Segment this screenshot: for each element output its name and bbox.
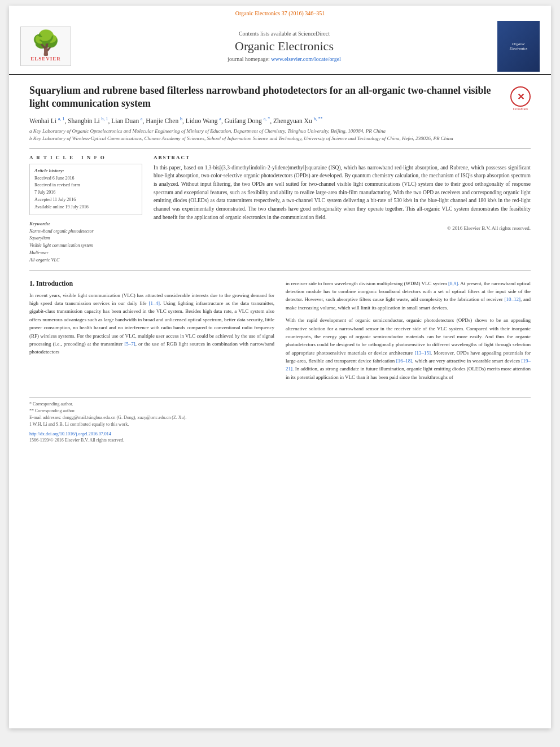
intro-left: 1. Introduction In recent years, visible… xyxy=(29,279,274,386)
crossmark-badge[interactable]: ✕ CrossMark xyxy=(510,86,531,107)
divider-1 xyxy=(29,148,531,149)
keywords-box: Keywords: Narrowband organic photodetect… xyxy=(29,221,142,264)
intro-left-para1: In recent years, visible light communica… xyxy=(29,291,274,356)
affiliations: a Key Laboratory of Organic Optoelectron… xyxy=(29,128,531,143)
contents-text: Contents lists available at xyxy=(239,30,296,37)
divider-2 xyxy=(29,270,531,270)
online-label: Available online 19 July 2016 xyxy=(34,204,137,211)
intro-right: in receiver side to form wavelength divi… xyxy=(286,279,531,386)
kw4: Multi-user xyxy=(29,250,142,257)
intro-section: 1. Introduction In recent years, visible… xyxy=(29,279,531,386)
footnote-star1: * Corresponding author. xyxy=(29,401,531,408)
email2-name: (Z. Xu). xyxy=(172,415,186,420)
ref-10-12[interactable]: [10–12] xyxy=(505,296,521,302)
sciencedirect-link[interactable]: ScienceDirect xyxy=(298,30,330,37)
abstract-label: ABSTRACT xyxy=(154,155,531,160)
kw1: Narrowband organic photodetector xyxy=(29,228,142,235)
intro-title: Introduction xyxy=(36,279,73,287)
history-label: Article history: xyxy=(34,168,137,173)
email1-name: (G. Dong), xyxy=(116,415,136,420)
keywords-label: Keywords: xyxy=(29,221,142,226)
footnote-note1: 1 W.H. Li and S.B. Li contributed equall… xyxy=(29,421,531,428)
email1-link[interactable]: dongg@mail.tsinghua.edu.cn xyxy=(63,415,116,420)
copyright-line: © 2016 Elsevier B.V. All rights reserved… xyxy=(154,225,531,231)
doi-link[interactable]: http://dx.doi.org/10.1016/j.orgel.2016.0… xyxy=(29,431,111,436)
crossmark-label: CrossMark xyxy=(510,107,531,111)
revised-date: 7 July 2016 xyxy=(34,189,137,196)
journal-center: Contents lists available at ScienceDirec… xyxy=(71,30,497,62)
intro-right-para2: With the rapid development of organic se… xyxy=(286,316,531,381)
intro-heading: 1. Introduction xyxy=(29,279,274,288)
journal-cover: Organic Electronics xyxy=(497,21,540,72)
article-body: Squarylium and rubrene based filterless … xyxy=(9,75,551,452)
article-info-col: A R T I C L E I N F O Article history: R… xyxy=(29,155,142,264)
issn-line: 1566-1199/© 2016 Elsevier B.V. All right… xyxy=(29,438,531,443)
intro-number: 1. xyxy=(29,279,34,287)
article-title-row: Squarylium and rubrene based filterless … xyxy=(29,84,531,116)
abstract-text: In this paper, based on 1,3-bis[(3,3-dim… xyxy=(154,164,531,222)
journal-header-inner: 🌳 ELSEVIER Contents lists available at S… xyxy=(20,19,540,74)
crossmark-icon[interactable]: ✕ xyxy=(510,86,531,107)
homepage-label: journal homepage: xyxy=(228,56,270,62)
affil-b: b Key Laboratory of Wireless-Optical Com… xyxy=(29,135,531,143)
kw2: Squarylium xyxy=(29,235,142,242)
kw3: Visible light communication system xyxy=(29,242,142,250)
revised-label: Received in revised form xyxy=(34,182,137,189)
ref-8-9[interactable]: [8,9] xyxy=(448,281,458,286)
footnote-email: E-mail addresses: dongg@mail.tsinghua.ed… xyxy=(29,414,531,421)
journal-title: Organic Electronics xyxy=(82,39,486,54)
article-info-label: A R T I C L E I N F O xyxy=(29,155,142,160)
ref-5-7[interactable]: [5–7] xyxy=(124,341,135,347)
doi-line: http://dx.doi.org/10.1016/j.orgel.2016.0… xyxy=(29,431,531,436)
ref-13-15[interactable]: [13–15] xyxy=(414,350,431,356)
cover-title: Organic Electronics xyxy=(510,42,528,51)
elsevier-tree-icon: 🌳 xyxy=(31,31,60,55)
info-abstract-cols: A R T I C L E I N F O Article history: R… xyxy=(29,155,531,264)
journal-homepage: journal homepage: www.elsevier.com/locat… xyxy=(82,56,486,62)
intro-right-para1: in receiver side to form wavelength divi… xyxy=(286,279,531,312)
contents-line: Contents lists available at ScienceDirec… xyxy=(82,30,486,37)
article-title: Squarylium and rubrene based filterless … xyxy=(29,84,505,111)
email2-link[interactable]: xuzy@ustc.edu.cn xyxy=(137,415,170,420)
ref-1-4[interactable]: [1–4] xyxy=(148,300,160,306)
accepted-label: Accepted 11 July 2016 xyxy=(34,196,137,204)
elsevier-logo: 🌳 ELSEVIER xyxy=(20,27,71,66)
affil-a: a Key Laboratory of Organic Optoelectron… xyxy=(29,128,531,136)
footnote-star2: ** Corresponding author. xyxy=(29,408,531,414)
received-label: Received 6 June 2016 xyxy=(34,175,137,182)
article-info-box: Article history: Received 6 June 2016 Re… xyxy=(29,164,142,215)
page: Organic Electronics 37 (2016) 346–351 🌳 … xyxy=(9,6,551,728)
elsevier-brand: ELSEVIER xyxy=(30,56,61,62)
authors: Wenhai Li a, 1, Shangbin Li b, 1, Lian D… xyxy=(29,116,531,124)
kw5: All-organic VLC xyxy=(29,257,142,264)
footnote-area: * Corresponding author. ** Corresponding… xyxy=(29,397,531,443)
ref-16-18[interactable]: [16–18] xyxy=(396,358,413,364)
journal-top-line: Organic Electronics 37 (2016) 346–351 xyxy=(20,10,540,16)
email-label: E-mail addresses: xyxy=(29,415,62,420)
homepage-link[interactable]: www.elsevier.com/locate/orgel xyxy=(271,56,341,62)
abstract-col: ABSTRACT In this paper, based on 1,3-bis… xyxy=(154,155,531,264)
journal-header: Organic Electronics 37 (2016) 346–351 🌳 … xyxy=(9,6,551,75)
